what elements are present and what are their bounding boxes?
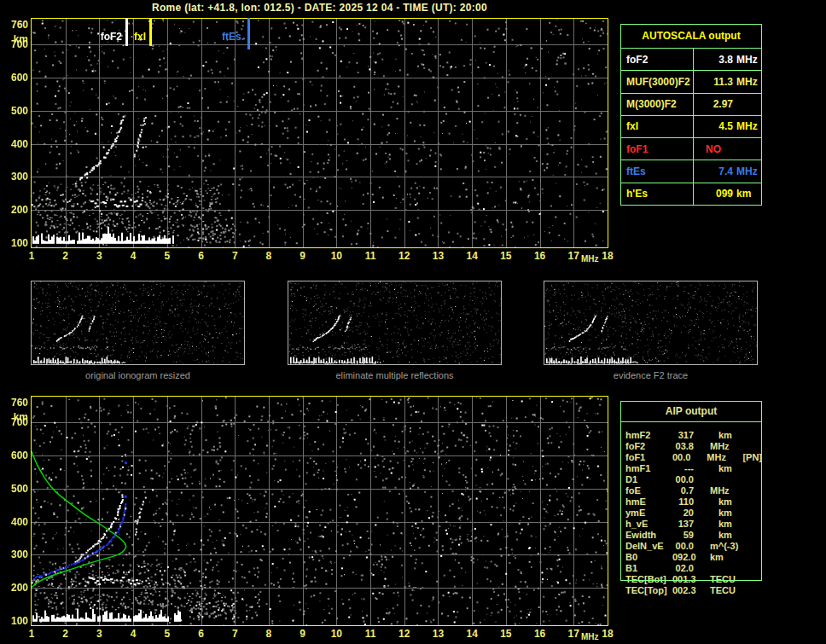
y-tick-label: 600 (2, 450, 28, 461)
autoscala-table-rows: foF2 3.8MHz MUF(3000)F2 11.3MHz M(3000)F… (621, 49, 761, 205)
value-unit: MHz (733, 54, 758, 66)
param-label: TEC[Top] (620, 585, 672, 596)
x-tick-label: 5 (154, 629, 180, 640)
page-title: Rome (lat: +41.8, lon: 012.5) - DATE: 20… (31, 2, 608, 14)
table-row: DelN_vE00.0m^(-3) (620, 541, 762, 552)
param-label: D1 (620, 474, 672, 485)
table-row: TEC[Top]002.3TECU (620, 585, 762, 596)
y-tick-label: 760 (2, 397, 28, 409)
value-unit: MHz (733, 120, 758, 132)
x-tick-label: 15 (493, 251, 519, 262)
x-tick-label: 15 (493, 629, 519, 640)
thumbnail-evidence-f2-trace (544, 281, 758, 365)
param-value: 137 (672, 519, 702, 530)
y-tick-label: 700 (2, 39, 28, 50)
param-value: 7.4MHz (694, 160, 761, 182)
param-label: foF1 (620, 452, 670, 463)
param-value: 099km (694, 183, 761, 205)
param-value: 002.3 (672, 585, 694, 596)
value-number: 11.3 (694, 76, 733, 88)
param-label: B1 (620, 563, 672, 574)
autoscala-ionogram-canvas (32, 19, 608, 247)
thumbnail-eliminate-reflections (288, 281, 502, 365)
param-value: 001.3 (672, 574, 694, 585)
param-label: hmF1 (620, 463, 672, 474)
autoscala-table-title: AUTOSCALA output (621, 25, 761, 49)
y-tick-label: 300 (2, 549, 28, 560)
x-tick-label: 9 (290, 251, 316, 262)
param-label: ymE (620, 508, 672, 519)
value-unit: MHz (733, 76, 758, 88)
value-number: 099 (694, 188, 733, 200)
x-axis-unit: MHz (581, 632, 599, 641)
x-tick-label: 3 (86, 251, 112, 262)
y-tick-label: 200 (2, 583, 28, 594)
x-tick-label: 2 (53, 251, 79, 262)
value-unit: km (718, 463, 754, 474)
x-axis-unit: MHz (581, 254, 599, 264)
param-label: Ewidth (620, 530, 672, 541)
thumbnail-canvas (288, 281, 501, 364)
table-row: M(3000)F2 2.97 (621, 94, 761, 116)
value-unit: km (718, 519, 754, 530)
x-tick-label: 1 (19, 251, 44, 262)
x-tick-label: 12 (392, 251, 417, 262)
value-unit: km (733, 188, 751, 200)
aip-table-rows: hmF2317km foF203.8MHz foF100.0MHz[PN] hm… (620, 430, 762, 596)
param-value: 20 (672, 508, 702, 519)
thumbnail-canvas (32, 281, 244, 364)
y-tick-label: 100 (2, 238, 28, 249)
param-label: TEC[Bot] (620, 574, 672, 585)
value-unit: km (718, 430, 754, 441)
marker-label-fxI: fxI (96, 31, 146, 43)
marker-line-fxI (149, 18, 152, 46)
x-tick-label: 10 (323, 251, 349, 262)
y-tick-label: 400 (2, 139, 28, 150)
table-row: B102.0 (620, 563, 762, 574)
value-unit: MHz (733, 165, 758, 177)
value-unit: MHz (707, 452, 741, 463)
param-value: 3.8MHz (694, 49, 761, 70)
param-label: foF2 (620, 441, 672, 452)
param-value: 2.97 (694, 94, 761, 115)
table-row: hmF1---km (620, 463, 762, 474)
y-tick-label: 700 (2, 417, 28, 428)
value-unit: TECU (710, 585, 746, 596)
table-row: D100.0 (620, 474, 762, 485)
x-tick-label: 2 (53, 629, 79, 640)
table-row: foF2 3.8MHz (621, 49, 761, 71)
table-row: MUF(3000)F2 11.3MHz (621, 71, 761, 93)
param-label: ftEs (621, 160, 694, 182)
param-value: 317 (672, 430, 702, 441)
y-tick-label: 600 (2, 73, 28, 84)
param-value: 0.7 (672, 485, 694, 496)
value-number: 2.97 (694, 98, 733, 110)
x-tick-label: 12 (392, 629, 417, 640)
param-label: MUF(3000)F2 (621, 71, 694, 92)
x-tick-label: 4 (120, 629, 146, 640)
x-tick-label: 5 (154, 251, 180, 262)
y-tick-label: 200 (2, 205, 28, 216)
x-tick-label: 16 (527, 629, 553, 640)
param-label: DelN_vE (620, 541, 672, 552)
table-row: ftEs 7.4MHz (621, 160, 761, 183)
param-value: 00.0 (672, 474, 694, 485)
x-tick-label: 6 (189, 251, 214, 262)
table-row: TEC[Bot]001.3TECU (620, 574, 762, 585)
x-tick-label: 13 (425, 629, 451, 640)
y-tick-label: 500 (2, 484, 28, 495)
param-label: fxI (621, 116, 694, 137)
table-row: foF1 NO (621, 138, 761, 160)
x-tick-label: 14 (459, 251, 485, 262)
param-label: foF2 (621, 49, 694, 70)
param-value: 03.8 (672, 441, 694, 452)
param-value: NO (694, 138, 761, 160)
param-value: 00.0 (670, 452, 690, 463)
value-unit: MHz (710, 485, 746, 496)
value-number: 7.4 (694, 165, 733, 177)
aip-ionogram-canvas (32, 397, 608, 625)
y-tick-label: 300 (2, 171, 28, 183)
x-tick-label: 10 (323, 629, 349, 640)
x-tick-label: 3 (86, 629, 112, 640)
y-tick-label: 100 (2, 616, 28, 627)
